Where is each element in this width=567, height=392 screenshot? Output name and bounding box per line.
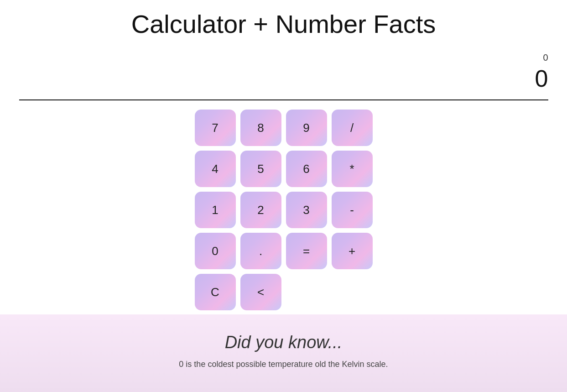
btn-equals[interactable]: =: [286, 233, 327, 269]
btn-5[interactable]: 5: [240, 151, 281, 187]
facts-section: Did you know... 0 is the coldest possibl…: [0, 314, 567, 392]
btn-subtract[interactable]: -: [332, 192, 373, 228]
btn-add[interactable]: +: [332, 233, 373, 269]
calculator-grid: 7 8 9 / 4 5 6 * 1 2 3 - 0 . = + C <: [195, 110, 373, 310]
btn-divide[interactable]: /: [332, 110, 373, 146]
btn-clear[interactable]: C: [195, 274, 236, 310]
display-underline: [19, 99, 548, 100]
display-current: 0: [535, 65, 548, 92]
btn-multiply[interactable]: *: [332, 151, 373, 187]
btn-6[interactable]: 6: [286, 151, 327, 187]
display-previous: 0: [543, 52, 548, 63]
main-content: Calculator + Number Facts 0 0 7 8 9 / 4 …: [0, 0, 567, 314]
btn-2[interactable]: 2: [240, 192, 281, 228]
btn-backspace[interactable]: <: [240, 274, 281, 310]
page-wrapper: Calculator + Number Facts 0 0 7 8 9 / 4 …: [0, 0, 567, 392]
btn-9[interactable]: 9: [286, 110, 327, 146]
display-area: 0 0: [19, 52, 548, 95]
btn-8[interactable]: 8: [240, 110, 281, 146]
facts-text: 0 is the coldest possible temperature ol…: [179, 360, 388, 369]
facts-heading: Did you know...: [225, 333, 343, 352]
btn-4[interactable]: 4: [195, 151, 236, 187]
page-title: Calculator + Number Facts: [131, 9, 436, 39]
btn-3[interactable]: 3: [286, 192, 327, 228]
btn-1[interactable]: 1: [195, 192, 236, 228]
btn-7[interactable]: 7: [195, 110, 236, 146]
btn-0[interactable]: 0: [195, 233, 236, 269]
btn-decimal[interactable]: .: [240, 233, 281, 269]
